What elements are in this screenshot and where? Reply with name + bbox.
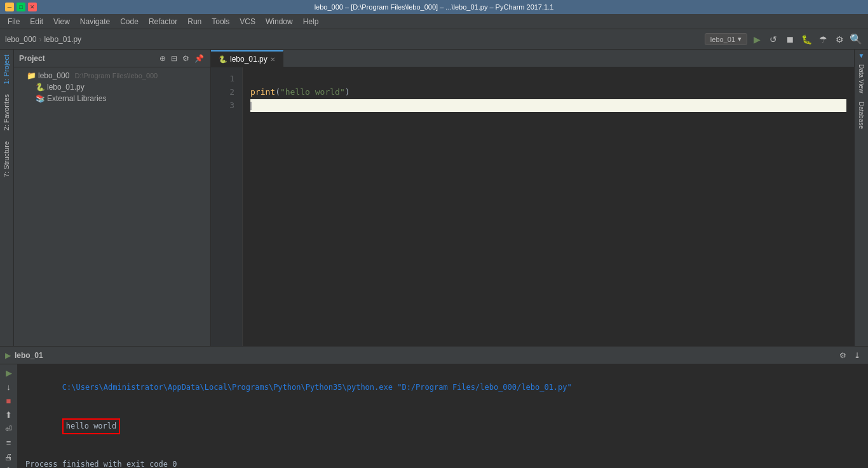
output-line-path: C:\Users\Administrator\AppData\Local\Pro… (25, 369, 860, 406)
sidebar-tab-project[interactable]: 1: Project (0, 50, 13, 89)
run-settings-button[interactable]: ⚙ (837, 350, 849, 361)
chevron-down-icon: ▾ (738, 35, 742, 43)
menu-file[interactable]: File (3, 15, 25, 28)
panel-collapse-icon[interactable]: ⊟ (170, 53, 179, 64)
run-panel: ▶ lebo_01 ⚙ ⤓ ▶ ↓ ■ ⬆ ⏎ ≡ 🖨 🗑 C:\Users\A… (0, 346, 868, 468)
python-path-text: C:\Users\Administrator\AppData\Local\Pro… (62, 383, 572, 392)
run-output[interactable]: C:\Users\Administrator\AppData\Local\Pro… (18, 364, 868, 468)
menu-help[interactable]: Help (298, 15, 324, 28)
tree-item-project-root[interactable]: 📁 lebo_000 D:\Program Files\lebo_000 (14, 70, 210, 81)
toolbar: lebo_000 › lebo_01.py lebo_01 ▾ ▶ ↺ ⏹ 🐛 … (0, 29, 868, 50)
run-panel-header: ▶ lebo_01 ⚙ ⤓ (0, 347, 868, 364)
breadcrumb-project[interactable]: lebo_000 (5, 35, 36, 44)
output-line-hello: hello world (25, 406, 860, 447)
run-config-label: lebo_01 (710, 36, 735, 43)
line-num-1: 1 (214, 72, 240, 86)
menu-window[interactable]: Window (261, 15, 298, 28)
main-layout: 1: Project 2: Favorites 7: Structure Pro… (0, 50, 868, 346)
window-title: lebo_000 – [D:\Program Files\lebo_000] –… (43, 3, 825, 11)
menu-navigate[interactable]: Navigate (75, 15, 115, 28)
output-line-process: Process finished with exit code 0 (25, 458, 860, 468)
settings-button[interactable]: ⚙ (832, 32, 846, 46)
project-tree: 📁 lebo_000 D:\Program Files\lebo_000 🐍 l… (14, 67, 210, 346)
menu-view[interactable]: View (48, 15, 75, 28)
run-again-button[interactable]: ▶ (3, 367, 15, 378)
menu-vcs[interactable]: VCS (234, 15, 261, 28)
python-file-tab-icon: 🐍 (219, 55, 227, 64)
debug-button[interactable]: 🐛 (799, 32, 813, 46)
project-panel-title: Project (19, 54, 45, 63)
editor-content[interactable]: 1 2 3 print("hello world") (211, 67, 854, 346)
panel-sync-icon[interactable]: ⊕ (158, 53, 167, 64)
run-panel-title: lebo_01 (15, 351, 43, 360)
project-panel: Project ⊕ ⊟ ⚙ 📌 📁 lebo_000 D:\Program Fi… (14, 50, 211, 346)
menu-refactor[interactable]: Refactor (144, 15, 182, 28)
editor-area: 🐍 lebo_01.py ✕ 1 2 3 print("hello world"… (211, 50, 854, 346)
wrap-output-button[interactable]: ⏎ (3, 423, 15, 435)
code-line-2: print("hello world") (250, 86, 846, 99)
hello-world-output: hello world (62, 418, 120, 434)
toolbar-right: lebo_01 ▾ ▶ ↺ ⏹ 🐛 ☂ ⚙ 🔍 (705, 32, 863, 46)
run-panel-toolbar: ▶ ↓ ■ ⬆ ⏎ ≡ 🖨 🗑 (0, 364, 18, 468)
tab-close-button[interactable]: ✕ (270, 56, 275, 63)
menu-tools[interactable]: Tools (207, 15, 234, 28)
menu-edit[interactable]: Edit (25, 15, 48, 28)
code-line-1 (250, 72, 846, 86)
right-sidebar: ▼ Data View Database (854, 50, 868, 346)
search-everywhere-button[interactable]: 🔍 (849, 32, 863, 46)
clear-output-button[interactable]: 🗑 (3, 465, 15, 468)
line-numbers: 1 2 3 (211, 67, 243, 346)
run-button[interactable]: ▶ (750, 32, 764, 46)
library-icon: 📚 (36, 94, 44, 103)
menu-bar: File Edit View Navigate Code Refactor Ru… (0, 14, 868, 29)
right-tab-database[interactable]: Database (856, 98, 867, 133)
minimize-button[interactable]: ─ (5, 3, 14, 11)
soft-wrap-button[interactable]: ≡ (3, 437, 15, 449)
run-header-left: ▶ lebo_01 (5, 351, 43, 360)
title-bar: ─ □ ✕ lebo_000 – [D:\Program Files\lebo_… (0, 0, 868, 14)
sidebar-tab-favorites[interactable]: 2: Favorites (0, 89, 13, 135)
editor-tab-label: lebo_01.py (230, 55, 268, 64)
panel-header-icons: ⊕ ⊟ ⚙ 📌 (158, 53, 205, 64)
project-panel-header: Project ⊕ ⊟ ⚙ 📌 (14, 50, 210, 67)
python-file-icon: 🐍 (36, 83, 44, 92)
folder-icon: 📁 (27, 71, 36, 80)
stop-button[interactable]: ⏹ (783, 32, 797, 46)
code-editor[interactable]: print("hello world") (243, 67, 854, 346)
menu-code[interactable]: Code (115, 15, 144, 28)
stop-run-button[interactable]: ■ (3, 395, 15, 406)
editor-tabs: 🐍 lebo_01.py ✕ (211, 50, 854, 67)
tree-library-label: External Libraries (47, 94, 106, 103)
maximize-button[interactable]: □ (17, 3, 25, 11)
sidebar-tab-structure[interactable]: 7: Structure (0, 136, 13, 182)
line-num-2: 2 (214, 86, 240, 99)
line-num-3: 3 (214, 99, 240, 113)
breadcrumb-file[interactable]: lebo_01.py (44, 35, 81, 44)
tree-item-lebo01[interactable]: 🐍 lebo_01.py (14, 81, 210, 93)
panel-settings-icon[interactable]: ⚙ (181, 53, 191, 64)
tree-root-label: lebo_000 (38, 71, 69, 80)
tree-file-label: lebo_01.py (47, 83, 85, 92)
scroll-to-end-button[interactable]: ↓ (3, 381, 15, 392)
rerun-button[interactable]: ↺ (766, 32, 780, 46)
left-sidebar-tabs: 1: Project 2: Favorites 7: Structure (0, 50, 14, 346)
right-tab-data-view[interactable]: Data View (856, 60, 867, 97)
panel-pin-icon[interactable]: 📌 (193, 53, 205, 64)
tree-item-external-libraries[interactable]: 📚 External Libraries (14, 93, 210, 104)
coverage-button[interactable]: ☂ (816, 32, 830, 46)
close-button[interactable]: ✕ (28, 3, 37, 11)
tree-root-path: D:\Program Files\lebo_000 (74, 72, 158, 79)
output-line-empty (25, 446, 860, 458)
breadcrumb: lebo_000 › lebo_01.py (5, 35, 702, 44)
run-panel-icon: ▶ (5, 351, 11, 360)
code-line-3[interactable] (250, 99, 846, 113)
collapse-icon[interactable]: ▼ (858, 52, 865, 59)
run-configuration-selector[interactable]: lebo_01 ▾ (705, 33, 747, 45)
run-panel-content: ▶ ↓ ■ ⬆ ⏎ ≡ 🖨 🗑 C:\Users\Administrator\A… (0, 364, 868, 468)
run-header-right: ⚙ ⤓ (837, 350, 863, 361)
print-button[interactable]: 🖨 (3, 451, 15, 463)
editor-tab-lebo01[interactable]: 🐍 lebo_01.py ✕ (211, 50, 283, 67)
menu-run[interactable]: Run (182, 15, 207, 28)
run-close-button[interactable]: ⤓ (851, 350, 863, 361)
scroll-up-button[interactable]: ⬆ (3, 409, 15, 420)
